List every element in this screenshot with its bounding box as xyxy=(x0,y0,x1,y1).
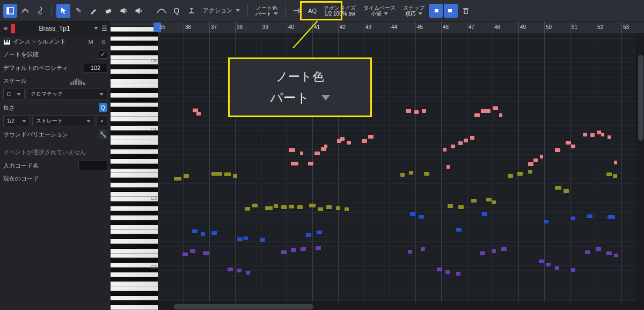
midi-note[interactable] xyxy=(447,165,450,169)
ruler-bar[interactable]: 38 xyxy=(235,21,243,33)
midi-note[interactable] xyxy=(244,236,248,240)
midi-note[interactable] xyxy=(347,141,351,145)
midi-note[interactable] xyxy=(326,205,332,209)
mute-button[interactable]: M xyxy=(87,39,94,45)
scrollbar-thumb[interactable] xyxy=(174,304,313,309)
midi-note[interactable] xyxy=(308,162,313,165)
transpose-tool-icon[interactable] xyxy=(185,4,199,18)
midi-note[interactable] xyxy=(317,230,322,234)
auto-scroll-icon[interactable] xyxy=(290,4,304,18)
brush-tool-icon[interactable] xyxy=(86,4,100,18)
midi-note[interactable] xyxy=(309,204,316,207)
chevron-down-icon[interactable] xyxy=(94,27,98,30)
midi-note[interactable] xyxy=(196,112,201,116)
midi-note[interactable] xyxy=(606,251,612,255)
arrow-tool-icon[interactable] xyxy=(56,4,70,18)
midi-note[interactable] xyxy=(274,204,278,208)
midi-note[interactable] xyxy=(252,204,258,207)
ruler-bar[interactable]: 50 xyxy=(544,21,552,33)
midi-note[interactable] xyxy=(237,237,243,241)
action-menu[interactable]: アクション xyxy=(200,6,243,15)
midi-note[interactable] xyxy=(606,172,612,176)
midi-note[interactable] xyxy=(301,247,306,251)
midi-note[interactable] xyxy=(289,205,294,208)
midi-note[interactable] xyxy=(540,155,543,158)
quantize-tool-icon[interactable]: Q xyxy=(170,4,184,18)
midi-note[interactable] xyxy=(408,250,412,254)
midi-note[interactable] xyxy=(336,206,340,210)
ruler-bar[interactable]: 35 xyxy=(158,21,165,33)
aq-button[interactable]: AQ xyxy=(305,4,319,18)
ruler-bar[interactable]: 47 xyxy=(467,21,474,33)
midi-note[interactable] xyxy=(471,199,477,203)
midi-note[interactable] xyxy=(482,212,487,216)
midi-note[interactable] xyxy=(533,158,538,162)
ruler-bar[interactable]: 46 xyxy=(441,21,449,33)
ruler-bar[interactable]: 45 xyxy=(415,21,423,33)
ruler-bar[interactable]: 44 xyxy=(390,21,397,33)
midi-note[interactable] xyxy=(474,113,480,117)
drum-editor-icon[interactable] xyxy=(18,4,32,18)
midi-note[interactable] xyxy=(614,254,618,257)
ruler-bar[interactable]: 40 xyxy=(287,21,294,33)
ruler-bar[interactable]: 48 xyxy=(493,21,500,33)
midi-note[interactable] xyxy=(587,214,592,218)
midi-note[interactable] xyxy=(590,133,595,137)
midi-note[interactable] xyxy=(464,139,468,142)
vertical-scrollbar[interactable] xyxy=(636,33,644,302)
midi-note[interactable] xyxy=(174,177,181,181)
midi-note[interactable] xyxy=(421,247,425,251)
midi-note[interactable] xyxy=(492,200,496,204)
midi-note[interactable] xyxy=(409,171,413,175)
midi-note[interactable] xyxy=(345,207,349,211)
midi-note[interactable] xyxy=(451,145,455,148)
midi-note[interactable] xyxy=(300,152,303,155)
midi-note[interactable] xyxy=(224,172,231,176)
solo-button[interactable]: S xyxy=(100,39,107,45)
midi-note[interactable] xyxy=(546,263,551,266)
input-chord-field[interactable] xyxy=(78,161,107,170)
midi-note[interactable] xyxy=(608,215,615,219)
midi-note[interactable] xyxy=(182,253,188,256)
ruler-bar[interactable]: 53 xyxy=(621,21,629,33)
midi-note[interactable] xyxy=(419,215,424,219)
horizontal-scrollbar[interactable] xyxy=(158,302,644,310)
midi-note[interactable] xyxy=(486,198,492,201)
midi-note[interactable] xyxy=(228,268,233,271)
midi-note[interactable] xyxy=(265,206,273,210)
midi-note[interactable] xyxy=(499,113,502,117)
midi-note[interactable] xyxy=(281,250,287,254)
midi-note[interactable] xyxy=(201,232,205,236)
midi-note[interactable] xyxy=(414,110,419,114)
midi-note[interactable] xyxy=(528,170,532,174)
timeline-ruler[interactable]: 35363738394041424344454647484950515253 xyxy=(158,21,644,33)
midi-note[interactable] xyxy=(424,172,429,176)
midi-note[interactable] xyxy=(362,139,367,143)
midi-note[interactable] xyxy=(410,212,415,216)
midi-note[interactable] xyxy=(458,141,463,145)
curve-tool-icon[interactable] xyxy=(155,4,169,18)
midi-note[interactable] xyxy=(601,133,604,136)
list-icon[interactable]: ☰ xyxy=(101,25,107,32)
midi-note[interactable] xyxy=(470,136,474,140)
length-extra[interactable]: • xyxy=(97,116,107,126)
align-start-icon[interactable] xyxy=(429,4,443,18)
scrollbar-thumb[interactable] xyxy=(638,55,643,141)
ruler-bar[interactable]: 39 xyxy=(261,21,268,33)
quantize-badge-icon[interactable]: Q xyxy=(99,103,107,112)
score-editor-icon[interactable] xyxy=(33,4,47,18)
midi-note[interactable] xyxy=(437,268,442,271)
midi-note[interactable] xyxy=(508,174,513,178)
midi-note[interactable] xyxy=(492,249,496,253)
track-name[interactable]: Brass_Tp1 xyxy=(18,25,91,32)
midi-note[interactable] xyxy=(306,233,311,237)
midi-note[interactable] xyxy=(368,135,374,139)
length-value-select[interactable]: 1/2 xyxy=(3,116,30,126)
midi-note[interactable] xyxy=(443,148,447,152)
midi-note[interactable] xyxy=(406,109,411,113)
midi-note[interactable] xyxy=(555,148,560,152)
midi-note[interactable] xyxy=(517,172,523,176)
midi-note[interactable] xyxy=(318,207,323,211)
scale-type-select[interactable]: クロマチック xyxy=(27,89,107,99)
midi-note[interactable] xyxy=(481,109,491,113)
